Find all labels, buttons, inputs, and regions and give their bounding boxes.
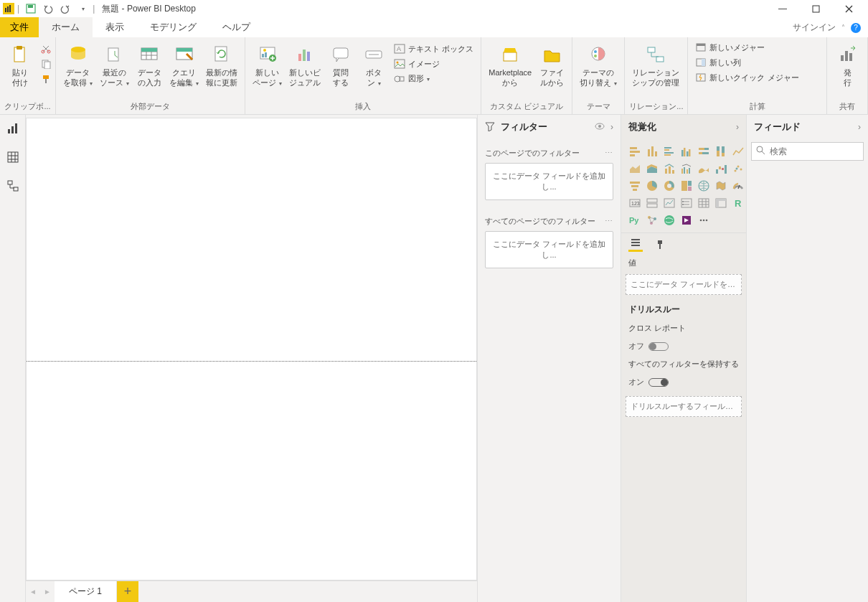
all-filter-drop[interactable]: ここにデータ フィールドを追加し... — [485, 231, 613, 268]
viz-ribbon-icon[interactable] — [696, 161, 712, 177]
viz-pie-icon[interactable] — [644, 178, 660, 194]
fields-search-input[interactable] — [770, 146, 868, 156]
collapse-filters-icon[interactable]: › — [610, 122, 613, 132]
viz-stacked-area-icon[interactable] — [644, 161, 660, 177]
viz-line-icon[interactable] — [730, 144, 746, 159]
tab-file[interactable]: 文件 — [0, 17, 39, 37]
viz-line-clustered-column-icon[interactable] — [679, 161, 694, 177]
keep-filters-toggle[interactable] — [648, 378, 669, 387]
drillthrough-drop[interactable]: ドリルスルーするフィールドをここ... — [626, 396, 742, 417]
cross-report-toggle[interactable] — [648, 342, 669, 351]
svg-text:Py: Py — [629, 216, 639, 225]
report-view-button[interactable] — [5, 121, 21, 136]
paste-button[interactable]: 貼り 付け — [4, 40, 36, 90]
viz-100-stacked-bar-icon[interactable] — [696, 144, 712, 159]
tab-help[interactable]: ヘルプ — [209, 17, 263, 37]
manage-relationships-button[interactable]: リレーション シップの管理 — [629, 40, 682, 90]
viz-area-icon[interactable] — [627, 161, 643, 177]
viz-clustered-column-icon[interactable] — [679, 144, 694, 159]
viz-treemap-icon[interactable] — [679, 178, 694, 194]
viz-gauge-icon[interactable] — [730, 178, 746, 194]
viz-python-icon[interactable]: Py — [627, 212, 643, 228]
page-filter-drop[interactable]: ここにデータ フィールドを追加し... — [485, 163, 613, 200]
viz-stacked-column-icon[interactable] — [644, 144, 660, 159]
save-button[interactable] — [24, 1, 38, 16]
minimize-button[interactable]: ― — [766, 0, 799, 17]
collapse-fields-icon[interactable]: › — [858, 122, 861, 132]
viz-stacked-bar-icon[interactable] — [627, 144, 643, 159]
viz-slicer-icon[interactable] — [679, 195, 694, 211]
edit-queries-button[interactable]: クエリ を編集 ▾ — [166, 40, 202, 92]
get-data-button[interactable]: データ を取得 ▾ — [60, 40, 95, 92]
report-canvas[interactable] — [26, 118, 477, 580]
viz-matrix-icon[interactable] — [713, 195, 729, 211]
enter-data-button[interactable]: データ の入力 — [133, 40, 165, 90]
textbox-button[interactable]: Aテキスト ボックス — [391, 42, 476, 56]
new-column-button[interactable]: 新しい列 — [692, 55, 801, 70]
fields-tab[interactable] — [628, 237, 643, 252]
fields-search[interactable] — [751, 142, 864, 161]
new-visual-button[interactable]: 新しいビ ジュアル — [286, 40, 324, 90]
ribbon-collapse-icon[interactable]: ˄ — [841, 24, 845, 32]
tab-modeling[interactable]: モデリング — [137, 17, 209, 37]
viz-filled-map-icon[interactable] — [713, 178, 729, 194]
maximize-button[interactable] — [799, 0, 832, 17]
collapse-viz-icon[interactable]: › — [736, 122, 739, 132]
shapes-button[interactable]: 図形 ▾ — [391, 72, 476, 86]
close-button[interactable] — [832, 0, 865, 17]
recent-sources-button[interactable]: 最近の ソース ▾ — [97, 40, 132, 92]
tab-home[interactable]: ホーム — [39, 17, 93, 37]
svg-rect-69 — [684, 148, 686, 156]
redo-button[interactable] — [58, 1, 72, 16]
viz-key-influencer-icon[interactable] — [644, 212, 660, 228]
viz-card-icon[interactable]: 123 — [627, 195, 643, 211]
help-icon[interactable]: ? — [851, 23, 861, 33]
new-measure-button[interactable]: 新しいメジャー — [692, 40, 801, 55]
add-page-button[interactable]: + — [117, 581, 138, 603]
viz-arcgis-icon[interactable] — [661, 212, 677, 228]
undo-button[interactable] — [41, 1, 55, 16]
switch-theme-button[interactable]: テーマの 切り替え ▾ — [577, 40, 620, 92]
viz-multi-card-icon[interactable] — [644, 195, 660, 211]
marketplace-button[interactable]: Marketplace から — [486, 40, 534, 90]
model-view-button[interactable] — [5, 178, 21, 194]
publish-button[interactable]: 発 行 — [831, 40, 863, 90]
viz-scatter-icon[interactable] — [730, 161, 746, 177]
values-drop[interactable]: ここにデータ フィールドを追加して... — [626, 274, 742, 295]
viz-kpi-icon[interactable] — [661, 195, 677, 211]
visibility-icon[interactable] — [595, 122, 605, 132]
svg-rect-5 — [813, 6, 819, 12]
data-view-button[interactable] — [5, 149, 21, 165]
cut-button[interactable] — [37, 42, 55, 56]
page-tab-1[interactable]: ページ 1 — [55, 581, 117, 603]
button-button[interactable]: ボタ ン ▾ — [358, 40, 390, 92]
signin-link[interactable]: サインイン — [793, 22, 836, 34]
ask-question-button[interactable]: 質問 する — [325, 40, 357, 90]
viz-100-stacked-column-icon[interactable] — [713, 144, 729, 159]
viz-funnel-icon[interactable] — [627, 178, 643, 194]
viz-r-icon[interactable]: R — [730, 195, 746, 211]
from-file-button[interactable]: ファイ ルから — [536, 40, 567, 90]
viz-waterfall-icon[interactable] — [713, 161, 729, 177]
copy-button[interactable] — [37, 57, 55, 71]
viz-donut-icon[interactable] — [661, 178, 677, 194]
new-page-button[interactable]: 新しい ページ ▾ — [250, 40, 285, 92]
format-painter-button[interactable] — [37, 72, 55, 86]
tab-view[interactable]: 表示 — [93, 17, 137, 37]
viz-clustered-bar-icon[interactable] — [661, 144, 677, 159]
svg-point-122 — [664, 215, 674, 225]
image-button[interactable]: イメージ — [391, 57, 476, 71]
viz-map-icon[interactable] — [696, 178, 712, 194]
viz-line-stacked-column-icon[interactable] — [661, 161, 677, 177]
all-filter-menu[interactable]: ⋯ — [605, 217, 613, 226]
new-quick-measure-button[interactable]: 新しいクイック メジャー — [692, 70, 801, 85]
viz-more-icon[interactable] — [696, 212, 712, 228]
refresh-button[interactable]: 最新の情 報に更新 — [203, 40, 240, 90]
page-next-button[interactable]: ► — [40, 581, 55, 603]
page-filter-menu[interactable]: ⋯ — [605, 149, 613, 158]
format-tab[interactable] — [653, 237, 667, 252]
page-prev-button[interactable]: ◄ — [26, 581, 40, 603]
viz-table-icon[interactable] — [696, 195, 712, 211]
qat-dropdown[interactable]: ▾ — [75, 1, 90, 16]
viz-powerapps-icon[interactable] — [679, 212, 694, 228]
